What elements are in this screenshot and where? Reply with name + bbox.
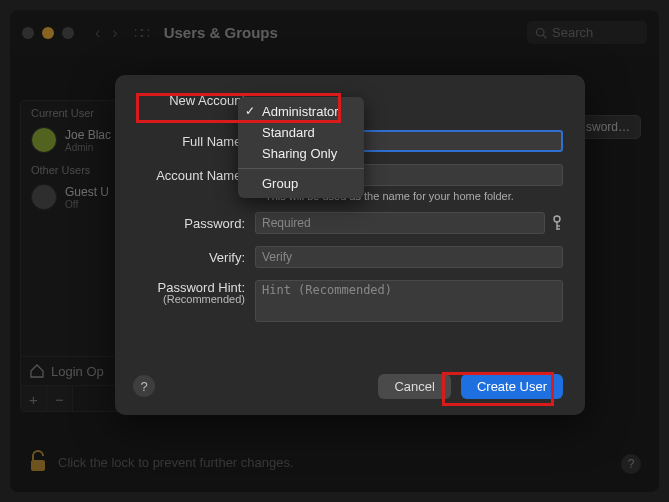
traffic-lights: [22, 27, 74, 39]
sheet-help-button[interactable]: ?: [133, 375, 155, 397]
house-icon: [29, 363, 45, 379]
svg-point-3: [554, 216, 560, 222]
password-field[interactable]: [255, 212, 545, 234]
forward-button[interactable]: ›: [106, 24, 123, 42]
svg-rect-2: [31, 460, 45, 471]
help-button[interactable]: ?: [621, 454, 641, 474]
titlebar: ‹ › ∷∷ Users & Groups Search: [10, 10, 659, 55]
label-hint-sub: (Recommended): [137, 293, 245, 305]
lock-open-icon: [28, 450, 48, 474]
svg-point-0: [537, 28, 545, 36]
create-user-button[interactable]: Create User: [461, 374, 563, 399]
minimize-window-icon[interactable]: [42, 27, 54, 39]
dropdown-item-group[interactable]: Group: [238, 173, 364, 194]
cancel-button[interactable]: Cancel: [378, 374, 450, 399]
lock-text: Click the lock to prevent further change…: [58, 455, 294, 470]
window-title: Users & Groups: [164, 24, 278, 41]
back-button[interactable]: ‹: [89, 24, 106, 42]
show-all-icon[interactable]: ∷∷: [134, 25, 148, 41]
remove-user-button[interactable]: −: [47, 386, 73, 412]
close-window-icon[interactable]: [22, 27, 34, 39]
avatar: [31, 184, 57, 210]
zoom-window-icon[interactable]: [62, 27, 74, 39]
lock-bar[interactable]: Click the lock to prevent further change…: [28, 450, 294, 474]
user-name: Guest U: [65, 185, 109, 199]
search-icon: [535, 27, 547, 39]
dropdown-separator: [238, 168, 364, 169]
hint-field[interactable]: [255, 280, 563, 322]
login-options-label: Login Op: [51, 364, 104, 379]
sheet-buttons: Cancel Create User: [378, 374, 563, 399]
label-password: Password:: [137, 216, 255, 231]
dropdown-item-sharing-only[interactable]: Sharing Only: [238, 143, 364, 164]
user-name: Joe Blac: [65, 128, 111, 142]
search-placeholder: Search: [552, 25, 593, 40]
verify-field[interactable]: [255, 246, 563, 268]
account-type-dropdown: Administrator Standard Sharing Only Grou…: [238, 97, 364, 198]
svg-line-1: [543, 35, 546, 38]
avatar: [31, 127, 57, 153]
dropdown-item-standard[interactable]: Standard: [238, 122, 364, 143]
dropdown-item-administrator[interactable]: Administrator: [238, 101, 364, 122]
add-user-button[interactable]: +: [21, 386, 47, 412]
user-role: Admin: [65, 142, 111, 153]
user-role: Off: [65, 199, 109, 210]
label-verify: Verify:: [137, 250, 255, 265]
search-field[interactable]: Search: [527, 21, 647, 44]
password-assistant-icon[interactable]: [551, 215, 563, 231]
